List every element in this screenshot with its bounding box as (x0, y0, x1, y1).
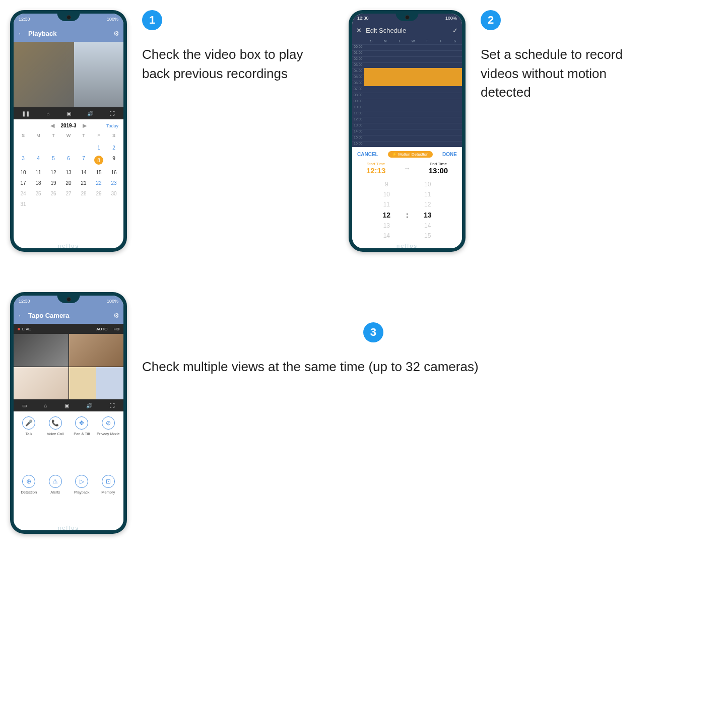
back-icon[interactable]: ← (18, 312, 24, 319)
schedule-slot[interactable] (364, 99, 462, 105)
calendar-day[interactable]: 2 (106, 145, 121, 151)
calendar-day[interactable]: 15 (91, 170, 106, 175)
schedule-slot[interactable] (364, 87, 462, 93)
back-icon[interactable]: ← (18, 30, 24, 37)
cancel-button[interactable]: CANCEL (357, 152, 378, 157)
picker-value[interactable]: 12 (367, 211, 406, 219)
record-icon[interactable]: ▣ (64, 403, 69, 408)
calendar-day[interactable]: 6 (61, 156, 76, 165)
calendar-day[interactable]: 30 (106, 191, 121, 196)
camera-tile-4[interactable] (69, 367, 124, 400)
fullscreen-icon[interactable]: ⛶ (110, 403, 115, 408)
close-icon[interactable]: ✕ (356, 27, 362, 34)
schedule-slot[interactable] (364, 111, 462, 117)
picker-value[interactable]: 13 (367, 222, 406, 229)
picker-value[interactable]: 14 (367, 232, 406, 239)
calendar-month[interactable]: 2019-3 (60, 123, 76, 128)
picker-value[interactable]: 10 (408, 181, 447, 188)
calendar-day[interactable]: 3 (16, 156, 31, 165)
calendar-day[interactable]: 24 (16, 191, 31, 196)
record-icon[interactable]: ▣ (67, 111, 71, 116)
calendar-day[interactable]: 19 (46, 180, 61, 186)
done-button[interactable]: DONE (442, 152, 457, 157)
schedule-slot[interactable] (364, 44, 462, 50)
motion-detection-chip[interactable]: ⚡ Motion Detection (388, 151, 432, 158)
calendar-day[interactable]: 21 (76, 180, 91, 186)
schedule-slot[interactable] (364, 129, 462, 135)
calendar-day[interactable]: 31 (16, 201, 31, 207)
calendar-day[interactable]: 17 (16, 180, 31, 186)
calendar-day[interactable]: 16 (106, 170, 121, 175)
control-talk[interactable]: 🎤Talk (16, 416, 42, 467)
quality-chip[interactable]: HD (110, 44, 120, 49)
next-month-icon[interactable]: ▶ (83, 122, 87, 129)
time-picker[interactable]: 9101011111212:1313141415 (357, 179, 457, 244)
schedule-slot[interactable] (364, 56, 462, 62)
calendar-day[interactable]: 5 (46, 156, 61, 165)
control-memory[interactable]: ⊡Memory (95, 475, 122, 525)
calendar-day[interactable]: 14 (76, 170, 91, 175)
camera-tile-1[interactable] (14, 334, 69, 367)
control-pan-tilt[interactable]: ✥Pan & Tilt (69, 416, 95, 467)
calendar-day[interactable]: 10 (16, 170, 31, 175)
control-alerts[interactable]: ⚠Alerts (42, 475, 69, 525)
calendar-day[interactable]: 1 (91, 145, 106, 151)
speaker-icon[interactable]: 🔊 (87, 111, 93, 116)
today-link[interactable]: Today (106, 123, 118, 128)
end-time-value[interactable]: 13:00 (429, 166, 448, 175)
schedule-slot[interactable] (364, 135, 462, 141)
calendar-day[interactable]: 9 (106, 156, 121, 165)
pause-icon[interactable]: ❚❚ (22, 111, 30, 116)
camera-tile-2[interactable] (69, 334, 124, 367)
picker-value[interactable]: 13 (408, 211, 447, 219)
calendar-day[interactable]: 27 (61, 191, 76, 196)
calendar-day[interactable]: 23 (106, 180, 121, 186)
hd-label[interactable]: HD (113, 327, 119, 331)
schedule-grid[interactable]: SMTWTFS 00:0001:0002:0003:0004:0005:0006… (352, 38, 462, 147)
calendar-day[interactable]: 25 (31, 191, 46, 196)
schedule-slot[interactable] (364, 93, 462, 99)
schedule-slot[interactable] (364, 50, 462, 56)
camera-icon[interactable]: ⌂ (46, 111, 49, 116)
control-privacy-mode[interactable]: ⊘Privacy Mode (95, 416, 122, 467)
calendar-day[interactable]: 7 (76, 156, 91, 165)
calendar-day[interactable]: 29 (91, 191, 106, 196)
gear-icon[interactable]: ⚙ (113, 312, 119, 319)
speaker-icon[interactable]: 🔊 (86, 403, 92, 408)
calendar-day[interactable]: 11 (31, 170, 46, 175)
calendar-day[interactable]: 28 (76, 191, 91, 196)
schedule-block[interactable] (364, 68, 462, 86)
start-time-value[interactable]: 12:13 (366, 166, 385, 175)
video-preview[interactable]: 1x HD (14, 42, 123, 107)
fullscreen-icon[interactable]: ⛶ (110, 111, 115, 116)
schedule-slot[interactable] (364, 141, 462, 147)
gear-icon[interactable]: ⚙ (113, 30, 119, 37)
calendar-day[interactable]: 8 (91, 156, 106, 165)
speed-chip[interactable]: 1x (99, 44, 108, 49)
prev-month-icon[interactable]: ◀ (50, 122, 54, 129)
picker-value[interactable]: 11 (367, 201, 406, 208)
camera-icon[interactable]: ⌂ (44, 403, 47, 408)
check-icon[interactable]: ✓ (452, 27, 458, 34)
calendar-day[interactable]: 22 (91, 180, 106, 186)
auto-label[interactable]: AUTO (96, 327, 107, 331)
calendar-day[interactable]: 4 (31, 156, 46, 165)
schedule-slot[interactable] (364, 105, 462, 111)
calendar-day[interactable]: 12 (46, 170, 61, 175)
control-detection[interactable]: ⊕Detection (16, 475, 42, 525)
calendar-day[interactable]: 26 (46, 191, 61, 196)
calendar-day[interactable]: 13 (61, 170, 76, 175)
screen-icon[interactable]: ▭ (22, 403, 27, 408)
schedule-slot[interactable] (364, 117, 462, 123)
picker-value[interactable]: 15 (408, 232, 447, 239)
control-voice-call[interactable]: 📞Voice Call (42, 416, 69, 467)
calendar-day[interactable]: 18 (31, 180, 46, 186)
camera-tile-3[interactable] (14, 367, 69, 400)
schedule-slot[interactable] (364, 123, 462, 129)
picker-value[interactable]: 11 (408, 191, 447, 198)
calendar-day[interactable]: 20 (61, 180, 76, 186)
picker-value[interactable]: 12 (408, 201, 447, 208)
picker-value[interactable]: 10 (367, 191, 406, 198)
control-playback[interactable]: ▷Playback (69, 475, 95, 525)
picker-value[interactable]: 14 (408, 222, 447, 229)
